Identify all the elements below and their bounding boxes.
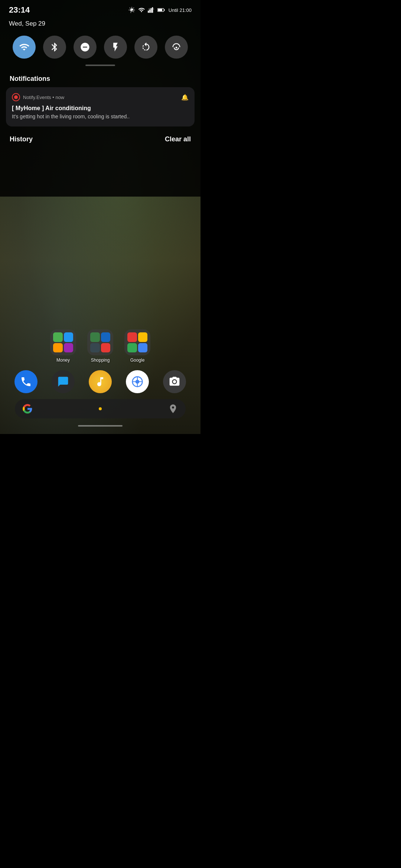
history-button[interactable]: History (10, 135, 33, 143)
notif-app-name: Notify.Events • now (23, 95, 178, 100)
folder-icon-google (124, 329, 150, 355)
notification-card-0[interactable]: Notify.Events • now 🔔 [ MyHome ] Air con… (6, 87, 195, 126)
clear-all-button[interactable]: Clear all (165, 135, 191, 143)
qs-autorotate-icon (141, 42, 151, 52)
music-icon (94, 376, 106, 388)
svg-rect-6 (158, 9, 162, 11)
qs-wifi-icon (19, 42, 29, 52)
dock-phone-icon[interactable] (14, 370, 38, 393)
dot-indicator (99, 407, 102, 410)
google-g-icon (22, 404, 33, 414)
history-row: History Clear all (0, 131, 200, 148)
folder-google[interactable]: Google (124, 329, 150, 363)
app-folders-row: Money Shopping Goo (0, 329, 200, 363)
folder-label-shopping: Shopping (91, 358, 110, 363)
qs-dnd-icon (80, 42, 90, 52)
dock-row (7, 370, 193, 393)
shade-divider (85, 65, 115, 66)
home-area: Money Shopping Goo (0, 148, 200, 434)
bottom-nav-bar (15, 399, 186, 418)
qs-flashlight-button[interactable] (104, 36, 127, 59)
notifications-label: Notifications (6, 72, 195, 87)
qs-wifi-button[interactable] (13, 36, 36, 59)
status-icons: Until 21:00 (128, 7, 192, 13)
qs-hotspot-icon (171, 42, 182, 52)
notif-header: Notify.Events • now 🔔 (12, 93, 189, 101)
dock-music-icon[interactable] (89, 370, 112, 393)
status-bar: 23:14 (0, 0, 200, 19)
qs-hotspot-button[interactable] (165, 36, 188, 59)
folder-label-google: Google (130, 358, 145, 363)
folder-icon-shopping (87, 329, 113, 355)
folder-money[interactable]: Money (50, 329, 76, 363)
notif-body: It's getting hot in the living room, coo… (12, 113, 189, 121)
status-time: 23:14 (9, 5, 30, 15)
battery-until-label: Until 21:00 (169, 7, 192, 13)
battery-icon (157, 8, 165, 12)
bottom-bar-icon (168, 404, 178, 414)
bottom-gesture-bar (78, 425, 123, 427)
qs-autorotate-button[interactable] (134, 36, 157, 59)
qs-bluetooth-icon (49, 42, 60, 52)
signal-icon (148, 7, 154, 13)
folder-label-money: Money (56, 358, 70, 363)
notif-app-icon (12, 93, 20, 101)
qs-flashlight-icon (110, 42, 121, 52)
camera-icon (169, 376, 180, 388)
qs-dnd-button[interactable] (74, 36, 97, 59)
notif-title: [ MyHome ] Air conditioning (12, 105, 189, 112)
svg-rect-3 (152, 7, 153, 13)
svg-rect-5 (164, 9, 165, 11)
wifi-status-icon (138, 7, 145, 13)
svg-rect-1 (149, 10, 150, 13)
dock-browser-icon[interactable] (126, 370, 149, 393)
svg-rect-0 (148, 11, 149, 13)
qs-bluetooth-button[interactable] (43, 36, 66, 59)
quick-settings-row (0, 32, 200, 65)
svg-rect-2 (150, 9, 151, 13)
date-label: Wed, Sep 29 (9, 20, 45, 27)
alarm-icon (128, 7, 135, 13)
dock-area (0, 370, 200, 422)
browser-icon (131, 376, 143, 388)
notifications-section: Notifications Notify.Events • now 🔔 [ My… (0, 72, 200, 131)
dock-messages-icon[interactable] (52, 370, 75, 393)
messages-icon (57, 376, 69, 388)
date-row: Wed, Sep 29 (0, 19, 200, 32)
phone-icon (20, 376, 32, 388)
folder-shopping[interactable]: Shopping (87, 329, 113, 363)
folder-icon-money (50, 329, 76, 355)
dock-camera-icon[interactable] (163, 370, 186, 393)
notif-bell-icon: 🔔 (181, 94, 189, 101)
